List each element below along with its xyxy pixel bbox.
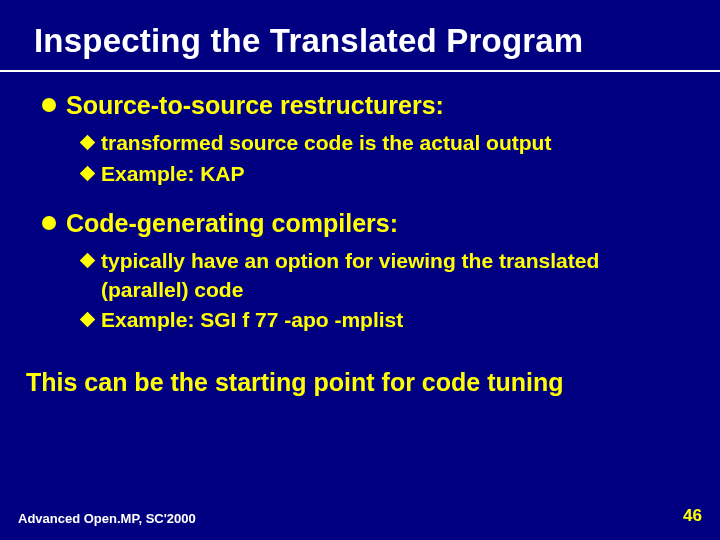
section-2-sub-1-text: typically have an option for viewing the… [101, 247, 680, 304]
section-2-head: Code-generating compilers: [40, 208, 680, 239]
slide-content: Source-to-source restructurers: transfor… [0, 72, 720, 334]
slide-title: Inspecting the Translated Program [0, 0, 720, 66]
section-2-sub-2: Example: SGI f 77 -apo -mplist [82, 306, 680, 334]
section-1-head-text: Source-to-source restructurers: [66, 90, 444, 121]
section-2: Code-generating compilers: typically hav… [40, 208, 680, 334]
section-2-sub-2-text: Example: SGI f 77 -apo -mplist [101, 306, 403, 334]
bullet-diamond-icon [80, 135, 96, 151]
bullet-diamond-icon [80, 253, 96, 269]
section-2-subs: typically have an option for viewing the… [40, 239, 680, 334]
footer-left: Advanced Open.MP, SC'2000 [18, 511, 196, 526]
bullet-dot-icon [42, 216, 56, 230]
bullet-diamond-icon [80, 312, 96, 328]
bullet-dot-icon [42, 98, 56, 112]
section-1-sub-2-text: Example: KAP [101, 160, 245, 188]
page-number: 46 [683, 506, 702, 526]
section-1-head: Source-to-source restructurers: [40, 90, 680, 121]
section-2-head-text: Code-generating compilers: [66, 208, 398, 239]
bullet-diamond-icon [80, 165, 96, 181]
section-2-sub-1: typically have an option for viewing the… [82, 247, 680, 304]
tail-text: This can be the starting point for code … [0, 354, 720, 397]
section-1-sub-1: transformed source code is the actual ou… [82, 129, 680, 157]
section-1-sub-1-text: transformed source code is the actual ou… [101, 129, 551, 157]
section-1: Source-to-source restructurers: transfor… [40, 90, 680, 188]
section-1-subs: transformed source code is the actual ou… [40, 121, 680, 188]
section-1-sub-2: Example: KAP [82, 160, 680, 188]
